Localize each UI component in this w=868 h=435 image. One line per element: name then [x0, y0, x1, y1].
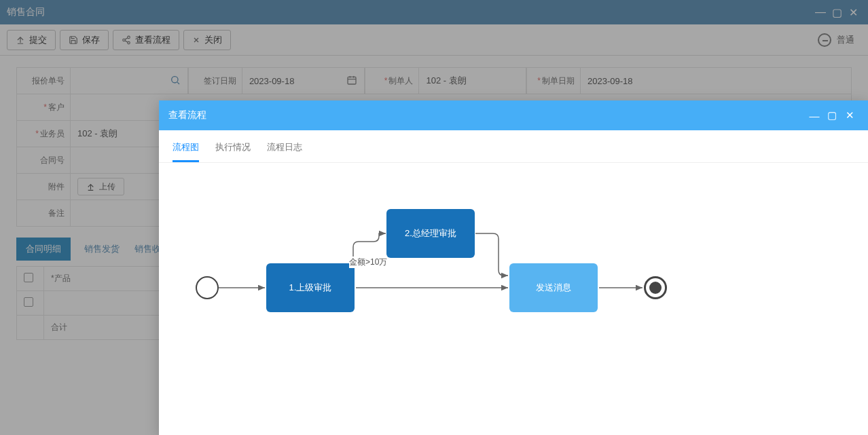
tab-flow-log[interactable]: 流程日志 [267, 141, 302, 162]
modal-minimize-icon[interactable]: — [806, 110, 823, 121]
flow-node-send-message[interactable]: 发送消息 [509, 263, 598, 312]
modal-title: 查看流程 [168, 109, 206, 121]
flow-start-node [196, 276, 219, 299]
flow-node-gm-approval[interactable]: 2.总经理审批 [386, 209, 475, 258]
modal-titlebar: 查看流程 — ▢ ✕ [159, 100, 868, 130]
modal-close-icon[interactable]: ✕ [841, 109, 858, 121]
flow-node-supervisor-approval[interactable]: 1.上级审批 [266, 263, 355, 312]
flow-end-node [644, 276, 667, 299]
view-flow-modal: 查看流程 — ▢ ✕ 流程图 执行情况 流程日志 1. [159, 100, 868, 435]
tab-flow-diagram[interactable]: 流程图 [173, 141, 199, 162]
flow-diagram: 1.上级审批 2.总经理审批 金额>10万 发送消息 [159, 163, 868, 435]
tab-flow-status[interactable]: 执行情况 [215, 141, 251, 162]
modal-tabs: 流程图 执行情况 流程日志 [159, 130, 868, 163]
modal-maximize-icon[interactable]: ▢ [823, 109, 841, 121]
flow-edge-label-amount: 金额>10万 [349, 257, 387, 268]
